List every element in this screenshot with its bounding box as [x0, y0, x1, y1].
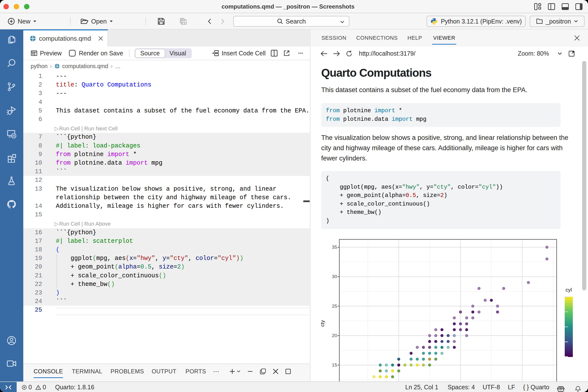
svg-text:30: 30: [332, 274, 337, 279]
svg-text:20: 20: [332, 333, 337, 338]
svg-text:cty: cty: [320, 320, 325, 326]
svg-text:cyl: cyl: [566, 287, 572, 292]
svg-text:15: 15: [332, 362, 337, 368]
svg-text:25: 25: [332, 304, 337, 309]
svg-text:35: 35: [332, 244, 337, 250]
